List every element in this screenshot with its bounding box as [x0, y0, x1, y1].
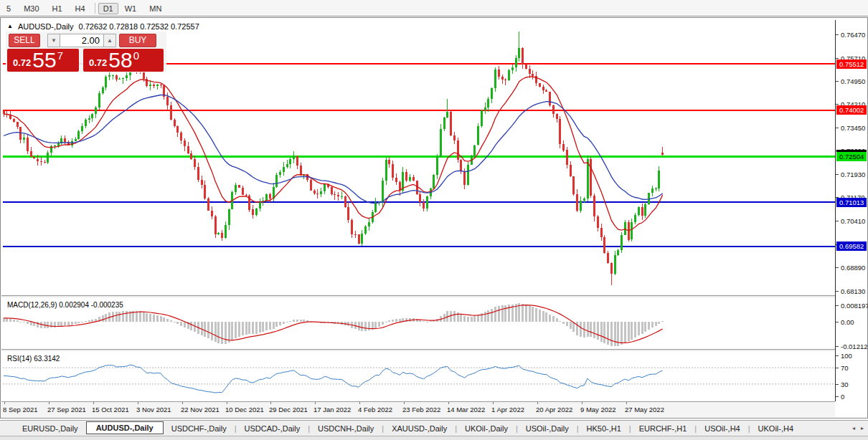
date-label: 14 Mar 2022 [447, 406, 485, 413]
time-axis-tick [182, 402, 183, 404]
price-tick-label: 0.68890 [841, 264, 865, 272]
date-label: 23 Feb 2022 [402, 406, 440, 413]
chart-tab-hk50[interactable]: HK50-,H1 [579, 423, 629, 434]
date-label: 29 Dec 2021 [269, 406, 308, 413]
sell-price-box[interactable]: 0.72 55 7 [7, 49, 79, 72]
date-label: 1 Apr 2022 [491, 406, 524, 413]
time-axis-tick [315, 402, 316, 404]
collapse-panel-icon[interactable]: ▲ [7, 23, 13, 29]
chart-tab-usdcad[interactable]: USDCAD-,Daily [237, 423, 308, 434]
buy-price-point: 0 [133, 49, 139, 62]
date-label: 4 Feb 2022 [358, 406, 392, 413]
axis-tick-mark [836, 81, 839, 82]
tab-scroll-right-icon[interactable]: ▸ [861, 425, 864, 431]
rsi-pane[interactable] [3, 353, 835, 401]
price-level-badge: 0.69582 [836, 241, 867, 251]
axis-tick-mark [836, 174, 839, 175]
pane-divider[interactable] [1, 295, 867, 298]
rsi-label: RSI(14) 63.3142 [7, 355, 60, 363]
chart-tab-xauusd[interactable]: XAUUSD-,Daily [384, 423, 455, 434]
volume-input[interactable] [60, 34, 103, 47]
price-tick-label: 0.71930 [841, 171, 865, 178]
date-label: 27 May 2022 [625, 406, 664, 413]
one-click-trade-panel: SELL ▼ ▲ BUY 0.72 55 7 0.72 58 0 [6, 32, 166, 72]
macd-tick-label: 0.00 [841, 318, 854, 326]
volume-decrease-button[interactable]: ▼ [47, 34, 60, 47]
chart-tab-ukoil[interactable]: UKOil-,Daily [457, 423, 516, 434]
date-label: 9 May 2022 [580, 406, 616, 413]
chart-ohlc-values: 0.72632 0.72818 0.72532 0.72557 [79, 22, 199, 31]
chart-tab-ukoil[interactable]: UKOil-,H4 [750, 423, 802, 434]
axis-tick-mark [836, 34, 839, 35]
timeframe-button-h4[interactable]: H4 [69, 3, 92, 14]
axis-tick-mark [836, 355, 839, 356]
axis-tick-mark [836, 104, 839, 105]
rsi-tick-label: 0 [841, 393, 844, 401]
time-axis-tick [359, 402, 360, 404]
chart-tab-eurusd[interactable]: EURUSD-,Daily [14, 423, 86, 434]
chart-header: ▲ AUDUSD-,Daily 0.72632 0.72818 0.72532 … [7, 22, 199, 31]
time-axis-tick [537, 402, 538, 404]
timeframe-toolbar: 5M30H1H4D1W1MN [0, 0, 868, 16]
macd-pane[interactable] [3, 299, 835, 349]
axis-tick-mark [836, 267, 839, 268]
time-axis: 8 Sep 202127 Sep 202115 Oct 20213 Nov 20… [1, 401, 835, 417]
chevron-up-icon: ▲ [107, 37, 113, 44]
timeframe-button-5[interactable]: 5 [0, 3, 17, 14]
buy-price-pips: 58 [108, 50, 132, 70]
macd-tick-label: -0.012121 [841, 343, 868, 350]
axis-tick-mark [836, 221, 839, 221]
buy-price-box[interactable]: 0.72 58 0 [83, 49, 164, 72]
date-label: 27 Sep 2021 [47, 406, 86, 413]
time-axis-tick [582, 402, 582, 404]
price-axis: 0.764700.757100.749500.742100.734500.726… [835, 20, 867, 401]
axis-tick-mark [836, 368, 839, 368]
timeframe-button-w1[interactable]: W1 [118, 3, 143, 14]
pane-divider[interactable] [1, 349, 867, 352]
time-axis-tick [138, 402, 138, 404]
sell-price-pips: 55 [32, 50, 56, 70]
rsi-tick-label: 70 [841, 364, 849, 372]
chart-tab-usoil[interactable]: USOil-,H4 [697, 423, 748, 434]
timeframe-button-d1[interactable]: D1 [98, 3, 118, 14]
time-axis-tick [4, 402, 5, 404]
status-strip [0, 436, 868, 440]
toolbar-separator [95, 3, 95, 14]
price-tick-label: 0.73450 [841, 124, 865, 132]
timeframe-button-mn[interactable]: MN [143, 3, 168, 14]
axis-tick-mark [836, 322, 839, 322]
price-tick-label: 0.68130 [841, 287, 865, 295]
macd-tick-label: 0.008197 [841, 302, 868, 310]
date-label: 15 Oct 2021 [92, 406, 129, 413]
timeframe-button-m30[interactable]: M30 [17, 3, 45, 14]
rsi-tick-label: 30 [841, 381, 849, 388]
date-label: 22 Nov 2021 [181, 406, 220, 413]
chart-tab-eurchf[interactable]: EURCHF-,H1 [631, 423, 695, 434]
sell-price-point: 7 [57, 49, 63, 62]
axis-tick-mark [836, 384, 839, 385]
time-axis-tick [93, 402, 94, 404]
chart-symbol-title: AUDUSD-,Daily [18, 22, 74, 31]
price-tick-label: 0.76470 [841, 31, 865, 39]
axis-tick-mark [836, 305, 839, 306]
time-axis-tick [493, 402, 494, 404]
chevron-down-icon: ▼ [51, 37, 57, 44]
time-axis-tick [49, 402, 49, 404]
date-label: 17 Jan 2022 [313, 406, 351, 413]
timeframe-button-h1[interactable]: H1 [46, 3, 69, 14]
axis-tick-mark [836, 346, 839, 347]
tab-scroll-left-icon[interactable]: ◂ [852, 425, 855, 431]
chart-tab-usdchf[interactable]: USDCHF-,Daily [164, 423, 235, 434]
buy-price-prefix: 0.72 [89, 57, 107, 68]
axis-tick-mark [836, 58, 839, 59]
chart-tab-usoil[interactable]: USOil-,Daily [518, 423, 577, 434]
time-axis-tick [270, 402, 271, 404]
buy-button[interactable]: BUY [119, 34, 156, 47]
volume-increase-button[interactable]: ▲ [103, 34, 116, 47]
chart-tab-usdcnh[interactable]: USDCNH-,Daily [310, 423, 382, 434]
sell-button[interactable]: SELL [9, 34, 40, 47]
price-tick-label: 0.70410 [841, 217, 865, 225]
time-axis-tick [448, 402, 449, 404]
axis-tick-mark [836, 128, 839, 128]
chart-tab-audusd[interactable]: AUDUSD-,Daily [86, 421, 164, 434]
